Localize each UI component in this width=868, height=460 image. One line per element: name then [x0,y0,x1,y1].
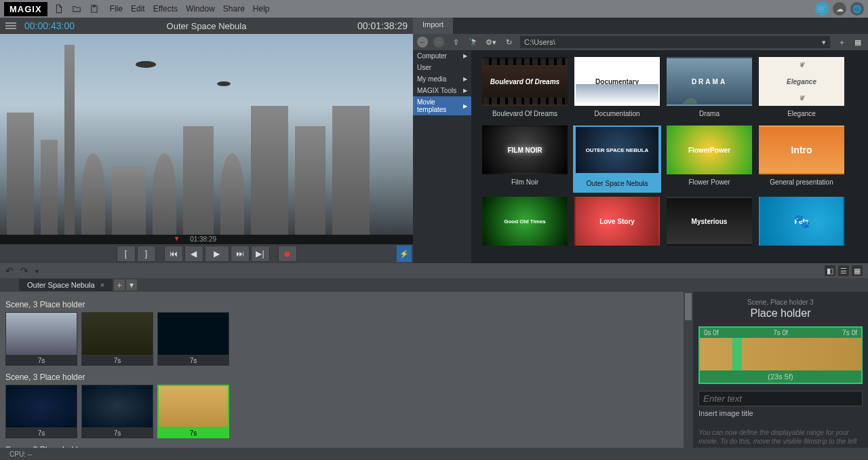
storyboard[interactable]: Scene, 3 Place holder7s7s7sScene, 3 Plac… [0,292,693,448]
storyboard-clip[interactable]: 7s [81,385,153,438]
template-pets[interactable]: Pets [757,197,846,254]
go-to-start-button[interactable]: ⏮ [164,246,183,262]
template-mysterious[interactable]: Mysterious [665,197,753,254]
import-tab[interactable]: Import [413,18,453,34]
view-mode-2-icon[interactable]: ☰ [838,265,849,276]
refresh-icon[interactable]: ↻ [502,36,515,48]
template-film-noir[interactable]: FILM NOIRFilm Noir [481,126,569,193]
properties-hint: You can now define the displayable range… [698,428,863,448]
storyboard-clip[interactable]: 7s [5,312,77,366]
prev-frame-button[interactable]: ◀ [184,246,203,262]
clip-range-strip[interactable]: 0s 0f 7s 0f 7s 0f (23s 5f) [698,326,863,384]
image-title-label: Insert image title [698,409,863,417]
playhead-icon[interactable]: ▼ [174,235,180,242]
timecode-out[interactable]: 00:01:38:29 [357,20,408,31]
scene-label: Scene, 3 Place holder [5,300,688,309]
project-tab-menu-icon[interactable]: ▾ [126,280,137,290]
template-outer-space-nebula[interactable]: OUTER SPACE NEBULAOuter Space Nebula [573,126,661,193]
project-tab[interactable]: Outer Space Nebula × [19,279,113,291]
template-elegance[interactable]: EleganceElegance [757,57,846,121]
menu-share[interactable]: Share [223,4,245,14]
view-mode-3-icon[interactable]: ▦ [852,265,863,276]
template-drama[interactable]: DRAMADrama [665,57,753,121]
view-mode-1-icon[interactable]: ◧ [825,265,835,276]
properties-subtitle: Scene, Place holder 3 [698,299,863,306]
project-tab-label: Outer Space Nebula [27,281,95,289]
redo-button[interactable]: ↷ [20,265,28,276]
svg-rect-0 [92,5,95,7]
go-to-end-button[interactable]: ▶| [251,246,270,262]
project-tabs-bar: Outer Space Nebula × ＋ ▾ [0,278,868,292]
undo-button[interactable]: ↶ [5,265,14,276]
import-panel: Import ← → ⇧ 🔭 ⚙▾ ↻ C:\Users\▾ ＋ ▦ Compu… [413,18,868,263]
scene-label: Scene, 3 Place holder [5,372,688,382]
storyboard-clip[interactable]: 7s [157,385,229,438]
menubar: MAGIX FileEditEffectsWindowShareHelp 🛒 ☁… [0,0,868,18]
preview-header: 00:00:43:00 Outer Space Nebula 00:01:38:… [0,18,413,34]
tree-item-user[interactable]: User [413,62,471,73]
statusbar: CPU: -- [0,448,868,460]
menu-help[interactable]: Help [253,4,270,14]
tree-item-my-media[interactable]: My media▶ [413,73,471,85]
close-tab-icon[interactable]: × [100,281,104,289]
binoculars-icon[interactable]: 🔭 [467,36,479,48]
quick-action-button[interactable]: ⚡ [397,246,412,262]
template-flower-power[interactable]: FlowerPowerFlower Power [665,126,753,193]
transport-controls: [ ] ⏮ ◀ ▶ ⏭ ▶| ● ⚡ [0,244,413,263]
app-logo: MAGIX [4,2,47,16]
range-center-label: 7s 0f [773,329,788,337]
cpu-status: CPU: -- [9,451,32,458]
preview-menu-icon[interactable] [5,22,16,29]
template-documentation[interactable]: DocumentaryDocumentation [573,57,661,121]
cloud-icon[interactable]: ☁ [833,2,846,16]
new-file-icon[interactable] [53,3,65,15]
image-title-input[interactable] [698,391,863,406]
import-toolbar: ← → ⇧ 🔭 ⚙▾ ↻ C:\Users\▾ ＋ ▦ [413,34,868,50]
tree-item-computer[interactable]: Computer▶ [413,50,471,62]
template-boulevard-of-dreams[interactable]: Boulevard Of DreamsBoulevard Of Dreams [481,57,569,121]
template-grid: Boulevard Of DreamsBoulevard Of DreamsDo… [471,50,868,263]
tree-item-magix-tools[interactable]: MAGIX Tools▶ [413,85,471,96]
up-folder-icon[interactable]: ⇧ [450,36,462,48]
import-tree: Computer▶UserMy media▶MAGIX Tools▶Movie … [413,50,471,263]
template-general-presentation[interactable]: IntroGeneral presentation [757,126,846,193]
range-total-label: (23s 5f) [700,370,861,383]
forward-icon[interactable]: → [433,37,444,47]
globe-icon[interactable]: 🌐 [850,2,864,16]
storyboard-scrollbar[interactable] [684,292,693,448]
grid-view-icon[interactable]: ▦ [852,36,864,48]
back-icon[interactable]: ← [417,37,428,47]
range-left-label: 0s 0f [704,329,719,337]
record-button[interactable]: ● [278,246,297,262]
save-icon[interactable] [88,3,100,15]
add-media-icon[interactable]: ＋ [835,36,848,48]
template-love-story[interactable]: Love Story [573,197,661,254]
menu-effects[interactable]: Effects [153,4,178,14]
add-project-tab-button[interactable]: ＋ [114,280,125,290]
menu-file[interactable]: File [110,4,123,14]
preview-panel: 00:00:43:00 Outer Space Nebula 00:01:38:… [0,18,413,263]
properties-title: Place holder [698,307,863,320]
menu-edit[interactable]: Edit [131,4,145,14]
tree-item-movie-templates[interactable]: Movie templates▶ [413,96,471,115]
template-good-old-times[interactable]: Good Old Times [481,197,569,254]
next-frame-button[interactable]: ⏭ [231,246,250,262]
more-edit-icon[interactable]: ▾ [35,267,39,275]
edit-toolbar: ↶ ↷ ▾ ◧ ☰ ▦ [0,263,868,278]
preview-video[interactable] [0,34,413,235]
play-button[interactable]: ▶ [205,246,229,262]
menu-window[interactable]: Window [186,4,215,14]
range-right-label: 7s 0f [842,329,857,337]
storyboard-clip[interactable]: 7s [157,312,229,366]
scene-label: Scene, 3 Place holder [5,445,688,448]
mark-out-button[interactable]: ] [137,246,156,262]
timecode-in[interactable]: 00:00:43:00 [24,20,75,31]
open-folder-icon[interactable] [71,3,83,15]
path-field[interactable]: C:\Users\▾ [520,36,830,48]
store-icon[interactable]: 🛒 [815,2,829,16]
settings-gear-icon[interactable]: ⚙▾ [485,36,497,48]
storyboard-clip[interactable]: 7s [5,385,77,438]
mark-in-button[interactable]: [ [117,246,136,262]
preview-timeline[interactable]: ▼ 01:38:29 [0,235,413,244]
storyboard-clip[interactable]: 7s [81,312,153,366]
